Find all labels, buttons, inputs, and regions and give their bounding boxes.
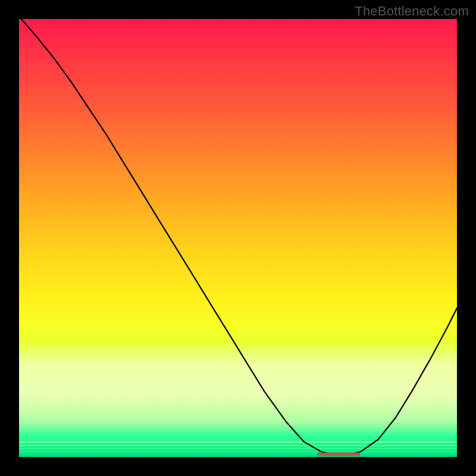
bottleneck-curve	[21, 19, 457, 455]
plot-area	[19, 19, 457, 457]
chart-frame: TheBottleneck.com	[0, 0, 476, 476]
curve-layer	[19, 19, 457, 457]
watermark-text: TheBottleneck.com	[355, 4, 469, 19]
